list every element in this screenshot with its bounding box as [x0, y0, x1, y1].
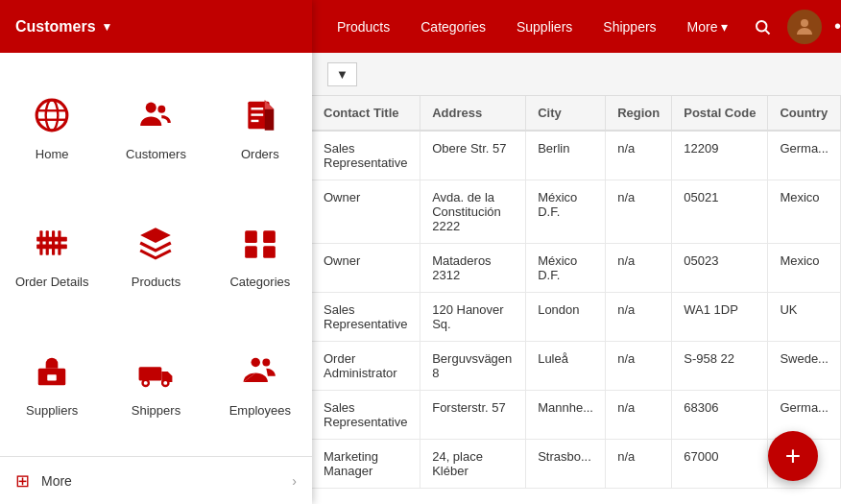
more-label: More: [41, 473, 292, 489]
main-content: ▼ Contact Title Address City Region Post…: [312, 53, 841, 504]
svg-point-28: [143, 380, 149, 386]
filter-dropdown[interactable]: ▼: [327, 62, 357, 86]
cell-address-4: Berguvsvägen 8: [420, 342, 526, 391]
user-avatar[interactable]: [785, 8, 824, 46]
side-panel: Customers ▼ Home: [0, 0, 312, 504]
svg-rect-19: [52, 231, 55, 255]
cell-contactTitle-2: Owner: [312, 244, 420, 293]
dropdown-arrow-icon[interactable]: ▼: [102, 20, 113, 34]
home-icon: [28, 91, 76, 139]
col-city: City: [526, 96, 606, 131]
svg-point-8: [158, 106, 166, 113]
cell-contactTitle-3: Sales Representative: [312, 293, 420, 342]
table-container[interactable]: Contact Title Address City Region Postal…: [312, 96, 841, 504]
customers-icon: [132, 91, 180, 139]
table-row[interactable]: Marketing Manager24, place KléberStrasbo…: [312, 440, 841, 489]
nav-more[interactable]: More ▾: [672, 0, 744, 53]
svg-rect-22: [263, 231, 276, 244]
cell-country-0: Germa...: [768, 131, 841, 180]
svg-rect-23: [245, 247, 257, 259]
data-table: Contact Title Address City Region Postal…: [312, 96, 841, 489]
svg-rect-12: [251, 120, 258, 122]
nav-categories[interactable]: Categories: [405, 0, 501, 53]
nav-shippers[interactable]: Shippers: [588, 0, 671, 53]
col-address: Address: [420, 96, 526, 131]
sidebar-item-suppliers-label: Suppliers: [26, 403, 78, 418]
sidebar-item-orders[interactable]: Orders: [208, 62, 312, 190]
more-row[interactable]: ⊞ More ›: [0, 456, 312, 504]
col-country: Country: [768, 96, 841, 131]
cell-region-0: n/a: [606, 131, 672, 180]
sidebar-item-products-label: Products: [132, 275, 180, 289]
svg-rect-10: [251, 108, 263, 109]
sidebar-item-employees[interactable]: Employees: [208, 319, 312, 446]
sidebar-item-employees-label: Employees: [229, 403, 291, 418]
more-options-icon[interactable]: •••: [828, 8, 841, 46]
categories-icon: [236, 219, 284, 267]
sidebar-item-home[interactable]: Home: [0, 62, 104, 190]
cell-contactTitle-0: Sales Representative: [312, 131, 420, 180]
table-row[interactable]: Sales RepresentativeForsterstr. 57Mannhe…: [312, 391, 841, 440]
nav-products[interactable]: Products: [322, 0, 405, 53]
cell-city-4: Luleå: [526, 342, 606, 391]
search-icon[interactable]: [743, 8, 781, 46]
cell-region-6: n/a: [606, 440, 672, 489]
col-postal-code: Postal Code: [672, 96, 768, 131]
svg-rect-11: [251, 114, 263, 116]
nav-icons: •••: [743, 8, 841, 46]
sidebar-item-categories[interactable]: Categories: [208, 190, 312, 318]
cell-region-4: n/a: [606, 342, 672, 391]
side-panel-header: Customers ▼: [0, 0, 312, 53]
svg-point-7: [146, 103, 156, 113]
cell-postalCode-5: 68306: [672, 391, 768, 440]
table-row[interactable]: Order AdministratorBerguvsvägen 8Luleån/…: [312, 342, 841, 391]
filter-label: ▼: [336, 67, 348, 82]
sidebar-item-shippers-label: Shippers: [132, 403, 180, 418]
cell-contactTitle-4: Order Administrator: [312, 342, 420, 391]
cell-region-1: n/a: [606, 180, 672, 244]
orders-icon: [236, 91, 284, 139]
cell-address-1: Avda. de la Constitución 2222: [420, 180, 526, 244]
svg-rect-17: [39, 231, 42, 255]
grid-dots-icon: ⊞: [15, 470, 30, 492]
cell-city-6: Strasbo...: [526, 440, 606, 489]
cell-city-1: México D.F.: [526, 180, 606, 244]
table-row[interactable]: OwnerAvda. de la Constitución 2222México…: [312, 180, 841, 244]
svg-rect-27: [139, 367, 162, 380]
sidebar-item-products[interactable]: Products: [104, 190, 207, 318]
table-header-row: Contact Title Address City Region Postal…: [312, 96, 841, 131]
sidebar-item-orders-label: Orders: [241, 147, 279, 161]
cell-country-2: Mexico: [768, 244, 841, 293]
svg-point-3: [36, 100, 67, 131]
svg-rect-18: [46, 231, 49, 255]
sidebar-item-customers[interactable]: Customers: [104, 62, 207, 190]
sidebar-item-suppliers[interactable]: Suppliers: [0, 319, 104, 446]
order-details-icon: [28, 219, 76, 267]
sidebar-item-categories-label: Categories: [229, 275, 290, 289]
svg-point-0: [757, 21, 767, 32]
table-row[interactable]: OwnerMataderos 2312México D.F.n/a05023Me…: [312, 244, 841, 293]
sidebar-item-shippers[interactable]: Shippers: [104, 319, 207, 446]
cell-postalCode-6: 67000: [672, 440, 768, 489]
products-icon: [132, 219, 180, 267]
cell-contactTitle-1: Owner: [312, 180, 420, 244]
table-row[interactable]: Sales Representative120 Hanover Sq.Londo…: [312, 293, 841, 342]
cell-postalCode-2: 05023: [672, 244, 768, 293]
cell-address-3: 120 Hanover Sq.: [420, 293, 526, 342]
cell-contactTitle-5: Sales Representative: [312, 391, 420, 440]
sidebar-item-order-details-label: Order Details: [15, 275, 89, 289]
svg-rect-20: [58, 231, 60, 255]
nav-items: Products Categories Suppliers Shippers M…: [322, 0, 743, 53]
cell-address-6: 24, place Kléber: [420, 440, 526, 489]
table-row[interactable]: Sales RepresentativeObere Str. 57Berlinn…: [312, 131, 841, 180]
add-fab[interactable]: +: [768, 431, 818, 481]
cell-postalCode-0: 12209: [672, 131, 768, 180]
chevron-right-icon: ›: [292, 473, 297, 489]
cell-country-4: Swede...: [768, 342, 841, 391]
nav-suppliers[interactable]: Suppliers: [501, 0, 588, 53]
app-title: Customers: [15, 18, 96, 36]
cell-country-3: UK: [768, 293, 841, 342]
col-region: Region: [606, 96, 672, 131]
sidebar-item-order-details[interactable]: Order Details: [0, 190, 104, 318]
cell-city-2: México D.F.: [526, 244, 606, 293]
